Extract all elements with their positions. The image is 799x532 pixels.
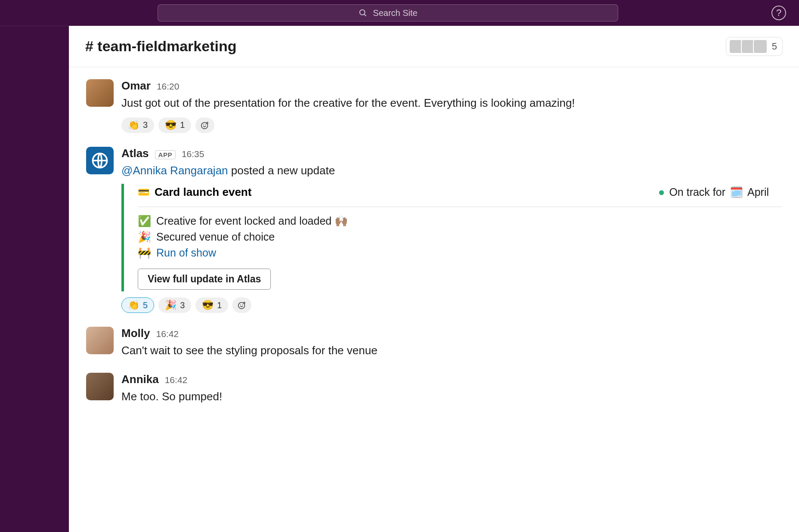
calendar-icon: 🗓️ xyxy=(730,186,743,198)
message-list[interactable]: Omar 16:20 Just got out of the presentat… xyxy=(69,67,799,532)
svg-point-8 xyxy=(238,303,245,309)
members-button[interactable]: 5 xyxy=(726,37,783,56)
search-input[interactable]: Search Site xyxy=(158,4,618,22)
card-icon: 💳 xyxy=(138,187,149,198)
reaction-count: 3 xyxy=(143,120,148,130)
top-bar: Search Site ? xyxy=(0,0,799,26)
party-icon: 🎉 xyxy=(138,231,151,243)
avatar[interactable] xyxy=(86,373,114,400)
message-author[interactable]: Annika xyxy=(121,373,159,386)
sidebar xyxy=(0,26,69,532)
attachment-item: 🎉 Secured venue of choice xyxy=(138,231,782,243)
search-placeholder: Search Site xyxy=(373,8,417,18)
reaction-count: 3 xyxy=(180,300,185,310)
member-count: 5 xyxy=(772,41,777,52)
message-timestamp: 16:42 xyxy=(165,375,188,385)
raised-hands-icon: 🙌🏽 xyxy=(334,215,348,227)
app-badge: APP xyxy=(155,150,176,159)
status-prefix: On track for xyxy=(669,186,725,198)
attachment-item: 🚧 Run of show xyxy=(138,247,782,259)
svg-point-2 xyxy=(201,122,208,129)
svg-point-10 xyxy=(242,305,243,306)
clap-icon: 👏 xyxy=(128,300,139,311)
attachment-block: 💳 Card launch event ● On track for 🗓️ Ap… xyxy=(121,184,782,291)
user-mention[interactable]: @Annika Rangarajan xyxy=(121,164,228,177)
message-author[interactable]: Molly xyxy=(121,327,150,340)
atlas-app-icon xyxy=(90,151,109,170)
add-reaction-icon xyxy=(237,300,247,310)
party-icon: 🎉 xyxy=(165,300,177,311)
message-author[interactable]: Omar xyxy=(121,79,151,93)
add-reaction-icon xyxy=(200,121,210,130)
search-icon xyxy=(358,8,368,18)
view-full-update-button[interactable]: View full update in Atlas xyxy=(138,269,271,290)
message-text: @Annika Rangarajan posted a new update xyxy=(121,163,782,179)
attachment-item: ✅ Creative for event locked and loaded 🙌… xyxy=(138,215,782,227)
add-reaction-button[interactable] xyxy=(195,118,214,133)
reaction-bar: 👏 3 😎 1 xyxy=(121,118,782,133)
message-timestamp: 16:20 xyxy=(157,81,180,92)
avatar[interactable] xyxy=(86,147,114,174)
svg-line-1 xyxy=(364,14,366,16)
avatar[interactable] xyxy=(86,79,114,107)
message-timestamp: 16:42 xyxy=(156,329,179,339)
attachment-item-link[interactable]: Run of show xyxy=(156,247,216,259)
clap-icon: 👏 xyxy=(128,120,139,131)
reaction-pill[interactable]: 😎 1 xyxy=(158,118,191,133)
svg-point-9 xyxy=(240,305,241,306)
message-author[interactable]: Atlas xyxy=(121,147,149,160)
reaction-pill[interactable]: 🎉 3 xyxy=(158,297,191,313)
status-dot-icon: ● xyxy=(658,186,665,199)
attachment-title[interactable]: 💳 Card launch event xyxy=(138,186,251,199)
attachment-item-text: Creative for event locked and loaded 🙌🏽 xyxy=(156,215,348,227)
message: Atlas APP 16:35 @Annika Rangarajan poste… xyxy=(86,142,782,323)
avatar-stack xyxy=(729,39,768,54)
reaction-pill[interactable]: 👏 3 xyxy=(121,118,154,133)
reaction-count: 1 xyxy=(217,300,222,310)
status-date: April xyxy=(747,186,769,198)
channel-name[interactable]: # team-fieldmarketing xyxy=(85,38,236,55)
channel-header: # team-fieldmarketing 5 xyxy=(69,26,799,67)
message: Molly 16:42 Can't wait to see the stylin… xyxy=(86,322,782,368)
add-reaction-button[interactable] xyxy=(232,297,251,313)
reaction-bar: 👏 5 🎉 3 😎 1 xyxy=(121,297,782,313)
message-text: Just got out of the presentation for the… xyxy=(121,95,782,111)
message: Omar 16:20 Just got out of the presentat… xyxy=(86,75,782,142)
sunglasses-icon: 😎 xyxy=(165,120,177,131)
message-text: Can't wait to see the styling proposals … xyxy=(121,343,782,359)
construction-icon: 🚧 xyxy=(138,247,151,259)
svg-point-3 xyxy=(203,124,204,125)
reaction-count: 5 xyxy=(143,300,148,310)
sunglasses-icon: 😎 xyxy=(202,300,214,311)
attachment-item-text: Secured venue of choice xyxy=(156,231,275,243)
attachment-status: ● On track for 🗓️ April xyxy=(658,186,769,199)
message: Annika 16:42 Me too. So pumped! xyxy=(86,368,782,414)
avatar[interactable] xyxy=(86,327,114,354)
svg-point-4 xyxy=(205,124,206,125)
message-timestamp: 16:35 xyxy=(182,149,204,159)
reaction-pill[interactable]: 😎 1 xyxy=(195,297,228,313)
reaction-count: 1 xyxy=(180,120,185,130)
mention-suffix: posted a new update xyxy=(228,164,335,177)
main-panel: # team-fieldmarketing 5 Omar 16:20 xyxy=(69,26,799,532)
message-text: Me too. So pumped! xyxy=(121,389,782,405)
help-icon[interactable]: ? xyxy=(771,6,786,20)
attachment-title-text: Card launch event xyxy=(155,186,251,199)
reaction-pill[interactable]: 👏 5 xyxy=(121,297,154,313)
member-avatar xyxy=(753,39,768,54)
check-icon: ✅ xyxy=(138,215,151,227)
svg-point-0 xyxy=(360,10,365,15)
